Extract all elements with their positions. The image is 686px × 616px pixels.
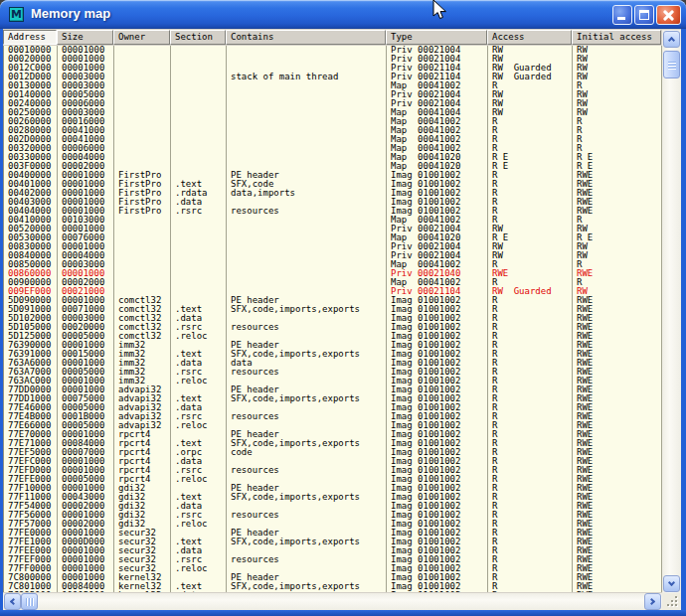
table-row[interactable]: 5D10200000003000comctl32.dataImag 010010… — [4, 314, 662, 323]
table-row[interactable]: 009EF00000021000Priv 00021104RW GuardedR… — [4, 287, 662, 296]
table-row[interactable]: 7C80100000084000kernel32.textSFX,code,im… — [4, 582, 662, 591]
table-row[interactable]: 0052000000001000Priv 00021004RWRW — [4, 225, 662, 233]
table-row[interactable]: 77FEE00000001000secur32.dataImag 0100100… — [4, 546, 662, 555]
table-row[interactable]: 003F000000002000Map 00041020R ER E — [4, 162, 662, 171]
cell-contains: SFX,code,imports,exports — [227, 493, 387, 502]
table-row[interactable]: 0002000000001000Priv 00021004RWRW — [4, 55, 662, 64]
cell-initial: R — [573, 135, 662, 144]
cell-contains — [227, 108, 387, 117]
table-row[interactable]: 763A700000005000imm32.rsrcresourcesImag … — [4, 368, 662, 377]
cell-size: 00103000 — [58, 216, 114, 225]
column-header-initial-access[interactable]: Initial access — [572, 30, 661, 45]
horizontal-scrollbar[interactable] — [3, 593, 662, 610]
table-row[interactable]: 77FE000000001000secur32PE headerImag 010… — [4, 529, 662, 538]
cell-address: 00840000 — [4, 251, 58, 260]
table-row[interactable]: 0040000000001000FirstProPE headerImag 01… — [4, 171, 662, 180]
horizontal-scroll-thumb[interactable] — [21, 593, 38, 610]
table-row[interactable]: 77F1000000001000gdi32PE headerImag 01001… — [4, 484, 662, 493]
cell-section — [171, 216, 227, 225]
table-row[interactable]: 5D09100000071000comctl32.textSFX,code,im… — [4, 305, 662, 314]
table-row[interactable]: 0040100000001000FirstPro.textSFX,codeIma… — [4, 180, 662, 189]
table-row[interactable]: 0040300000001000FirstPro.dataImag 010010… — [4, 198, 662, 207]
table-row[interactable]: 77E4600000005000advapi32.dataImag 010010… — [4, 403, 662, 412]
table-row[interactable]: 0012C00000001000Priv 00021104RW GuardedR… — [4, 64, 662, 73]
table-row[interactable]: 77DD000000001000advapi32PE headerImag 01… — [4, 385, 662, 394]
cell-initial: R — [573, 260, 662, 269]
table-row[interactable]: 7639000000001000imm32PE headerImag 01001… — [4, 341, 662, 350]
scroll-down-button[interactable] — [663, 575, 680, 592]
table-row[interactable]: 77F5700000002000gdi32.relocImag 01001002… — [4, 520, 662, 529]
table-row[interactable]: 0033000000004000Map 00041020R ER E — [4, 153, 662, 162]
column-header-type[interactable]: Type — [386, 30, 487, 45]
table-row[interactable]: 0040200000001000FirstPro.rdatadata,impor… — [4, 189, 662, 198]
cell-section — [171, 484, 227, 493]
table-row[interactable]: 77F5600000001000gdi32.rsrcresourcesImag … — [4, 511, 662, 520]
cell-access: R — [488, 144, 573, 153]
minimize-button[interactable] — [612, 5, 632, 25]
table-row[interactable]: 0086000000001000Priv 00021040RWERWE — [4, 269, 662, 278]
table-row[interactable]: 0053000000076000Map 00041020R ER E — [4, 233, 662, 242]
close-button[interactable] — [656, 5, 681, 25]
table-row[interactable]: 0028000000041000Map 00041002RR — [4, 126, 662, 135]
resize-grip[interactable] — [662, 593, 681, 610]
table-row[interactable]: 0024000000006000Priv 00021004RWRW — [4, 99, 662, 108]
table-row[interactable]: 77FEF00000001000secur32.rsrcresourcesIma… — [4, 555, 662, 564]
table-row[interactable]: 0040400000001000FirstPro.rsrcresourcesIm… — [4, 207, 662, 216]
vertical-scroll-thumb[interactable] — [663, 51, 680, 78]
table-row[interactable]: 0084000000004000Priv 00021004RWRW — [4, 251, 662, 260]
table-row[interactable]: 7C88500000005000kernel32.dataImag 010010… — [4, 591, 662, 592]
scroll-left-button[interactable] — [4, 593, 21, 610]
table-row[interactable]: 0041000000103000Map 00041002RR — [4, 216, 662, 225]
table-row[interactable]: 77EFD00000001000rpcrt4.rsrcresourcesImag… — [4, 466, 662, 475]
table-row[interactable]: 77F1100000043000gdi32.textSFX,code,impor… — [4, 493, 662, 502]
table-row[interactable]: 763A600000001000imm32.datadataImag 01001… — [4, 359, 662, 368]
table-row[interactable]: 77FE10000000D000secur32.textSFX,code,imp… — [4, 538, 662, 546]
column-header-section[interactable]: Section — [170, 30, 226, 45]
table-row[interactable]: 0025000000003000Map 00041004RWRW — [4, 108, 662, 117]
column-header-address[interactable]: Address — [3, 30, 57, 45]
table-row[interactable]: 77EFC00000001000rpcrt4.dataImag 01001002… — [4, 457, 662, 466]
table-body[interactable]: 0001000000001000Priv 00021004RWRW0002000… — [3, 46, 662, 592]
table-row[interactable]: 5D12500000005000comctl32.relocImag 01001… — [4, 332, 662, 341]
table-row[interactable]: 7639100000015000imm32.textSFX,code,impor… — [4, 350, 662, 359]
table-row[interactable]: 77DD100000075000advapi32.textSFX,code,im… — [4, 394, 662, 403]
table-row[interactable]: 77FF000000001000secur32.relocImag 010010… — [4, 564, 662, 573]
table-row[interactable]: 002D000000041000Map 00041002RR — [4, 135, 662, 144]
column-header-size[interactable]: Size — [57, 30, 113, 45]
table-row[interactable]: 5D10500000020000comctl32.rsrcresourcesIm… — [4, 323, 662, 332]
table-row[interactable]: 0026000000016000Map 00041002RR — [4, 117, 662, 126]
table-row[interactable]: 77EF500000007000rpcrt4.orpccodeImag 0100… — [4, 448, 662, 457]
vertical-scrollbar[interactable] — [662, 30, 681, 593]
column-header-contains[interactable]: Contains — [226, 30, 386, 45]
scroll-up-button[interactable] — [663, 31, 680, 48]
table-row[interactable]: 0032000000006000Map 00041002RR — [4, 144, 662, 153]
maximize-button[interactable] — [634, 5, 654, 25]
table-row[interactable]: 0083000000001000Priv 00021004RWRW — [4, 242, 662, 251]
scroll-right-button[interactable] — [644, 593, 661, 610]
column-header-access[interactable]: Access — [487, 30, 572, 45]
cell-type: Imag 01001002 — [387, 171, 488, 180]
cell-type: Priv 00021004 — [387, 99, 488, 108]
cell-access: R E — [488, 162, 573, 171]
table-row[interactable]: 77F5400000002000gdi32.dataImag 01001002R… — [4, 502, 662, 511]
title-bar[interactable]: M Memory map — [0, 0, 686, 29]
table-row[interactable]: 77E7000000001000rpcrt4PE headerImag 0100… — [4, 430, 662, 439]
table-row[interactable]: 0012D00000003000stack of main threadPriv… — [4, 73, 662, 81]
table-row[interactable]: 7C80000000001000kernel32PE headerImag 01… — [4, 573, 662, 582]
table-row[interactable]: 0001000000001000Priv 00021004RWRW — [4, 46, 662, 55]
table-row[interactable]: 77E4B0000001B000advapi32.rsrcresourcesIm… — [4, 412, 662, 421]
table-row[interactable]: 0085000000003000Map 00041002RR — [4, 260, 662, 269]
table-row[interactable]: 0090000000002000Map 00041002RR — [4, 278, 662, 287]
table-row[interactable]: 5D09000000001000comctl32PE headerImag 01… — [4, 296, 662, 305]
table-row[interactable]: 0013000000003000Map 00041002RR — [4, 81, 662, 90]
column-header-owner[interactable]: Owner — [113, 30, 170, 45]
table-row[interactable]: 77E6600000005000advapi32.relocImag 01001… — [4, 421, 662, 430]
table-row[interactable]: 763AC00000001000imm32.relocImag 01001002… — [4, 377, 662, 385]
cell-type: Imag 01001002 — [387, 385, 488, 394]
cell-owner: rpcrt4 — [114, 448, 171, 457]
cell-initial: RWE — [573, 457, 662, 466]
table-row[interactable]: 77E7100000084000rpcrt4.textSFX,code,impo… — [4, 439, 662, 448]
table-row[interactable]: 77EFE00000005000rpcrt4.relocImag 0100100… — [4, 475, 662, 484]
cell-access: RWE — [488, 269, 573, 278]
table-row[interactable]: 0014000000005000Priv 00021004RWRW — [4, 90, 662, 99]
